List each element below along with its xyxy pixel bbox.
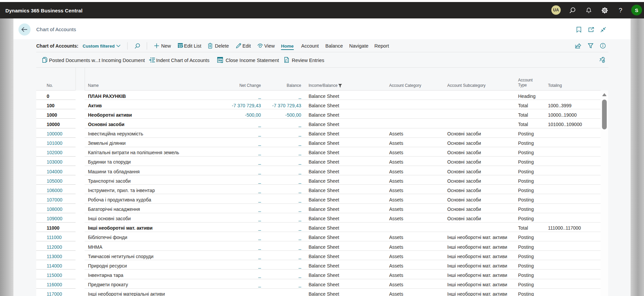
- svg-text:36: 36: [218, 59, 221, 62]
